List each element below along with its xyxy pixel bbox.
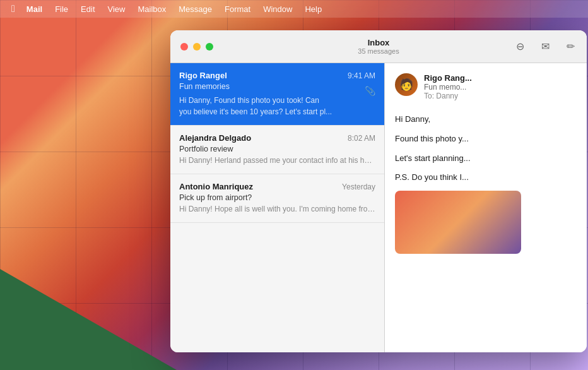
sender-2: Alejandra Delgado xyxy=(179,133,251,143)
menubar-edit[interactable]: Edit xyxy=(76,3,100,15)
body-line-2: Found this photo y... xyxy=(395,133,577,146)
menubar-file[interactable]: File xyxy=(50,3,73,15)
detail-subject-line: Fun memo... xyxy=(424,83,577,92)
preview-2: Hi Danny! Herland passed me your contact… xyxy=(179,155,375,166)
menubar-window[interactable]: Window xyxy=(258,3,297,15)
menubar-format[interactable]: Format xyxy=(220,3,256,15)
close-button[interactable] xyxy=(180,43,188,51)
message-item-header-1: Rigo Rangel 9:41 AM xyxy=(179,71,375,80)
message-count: 35 messages xyxy=(358,47,399,55)
menubar:  Mail File Edit View Mailbox Message Fo… xyxy=(0,0,588,18)
window-titlebar: Inbox 35 messages ⊖ ✉ ✏ xyxy=(170,30,587,63)
filter-icon[interactable]: ⊖ xyxy=(514,40,526,53)
message-list[interactable]: Rigo Rangel 9:41 AM Fun memories Hi Dann… xyxy=(170,63,385,352)
mail-window: Inbox 35 messages ⊖ ✉ ✏ Rigo Rangel 9:41… xyxy=(170,30,587,352)
menubar-help[interactable]: Help xyxy=(300,3,327,15)
message-item-3[interactable]: Antonio Manriquez Yesterday Pick up from… xyxy=(170,174,384,223)
inbox-title: Inbox xyxy=(358,38,399,47)
sender-avatar: 🧑 xyxy=(395,73,418,96)
message-item-header-3: Antonio Manriquez Yesterday xyxy=(179,182,375,191)
detail-body: Hi Danny, Found this photo y... Let's st… xyxy=(395,108,577,259)
message-detail: 🧑 Rigo Rang... Fun memo... To: Danny Hi … xyxy=(385,63,587,352)
window-content: Rigo Rangel 9:41 AM Fun memories Hi Dann… xyxy=(170,63,587,352)
compose-icon[interactable]: ✉ xyxy=(539,40,551,53)
menubar-mail[interactable]: Mail xyxy=(21,3,47,15)
menubar-mailbox[interactable]: Mailbox xyxy=(132,3,171,15)
sender-3: Antonio Manriquez xyxy=(179,182,253,191)
menubar-view[interactable]: View xyxy=(103,3,131,15)
detail-to: To: Danny xyxy=(424,92,577,100)
menubar-message[interactable]: Message xyxy=(173,3,217,15)
time-2: 8:02 AM xyxy=(348,134,375,143)
new-message-icon[interactable]: ✏ xyxy=(564,40,577,53)
subject-3: Pick up from airport? xyxy=(179,193,375,202)
message-item-header-2: Alejandra Delgado 8:02 AM xyxy=(179,133,375,143)
window-title: Inbox 35 messages xyxy=(358,38,399,55)
attachment-icon-1: 📎 xyxy=(365,86,375,96)
body-line-4: P.S. Do you think I... xyxy=(395,171,577,184)
subject-1: Fun memories xyxy=(179,82,375,91)
detail-sender-info: Rigo Rang... Fun memo... To: Danny xyxy=(424,73,577,100)
time-3: Yesterday xyxy=(342,182,375,191)
body-line-3: Let's start planning... xyxy=(395,152,577,165)
titlebar-icons: ⊖ ✉ ✏ xyxy=(514,40,577,53)
sender-1: Rigo Rangel xyxy=(179,71,227,80)
apple-menu[interactable]:  xyxy=(8,2,19,16)
preview-3: Hi Danny! Hope all is well with you. I'm… xyxy=(179,204,375,215)
message-item-2[interactable]: Alejandra Delgado 8:02 AM Portfolio revi… xyxy=(170,126,384,174)
detail-sender-name: Rigo Rang... xyxy=(424,73,577,83)
expanded-preview-1: Hi Danny, Found this photo you took! Can… xyxy=(179,95,375,117)
detail-header: 🧑 Rigo Rang... Fun memo... To: Danny xyxy=(395,73,577,100)
time-1: 9:41 AM xyxy=(348,71,375,80)
subject-2: Portfolio review xyxy=(179,145,375,153)
traffic-lights xyxy=(180,43,213,51)
message-item-1[interactable]: Rigo Rangel 9:41 AM Fun memories Hi Dann… xyxy=(170,63,384,126)
minimize-button[interactable] xyxy=(193,43,201,51)
detail-photo xyxy=(395,191,521,254)
maximize-button[interactable] xyxy=(206,43,213,51)
body-line-1: Hi Danny, xyxy=(395,113,577,126)
